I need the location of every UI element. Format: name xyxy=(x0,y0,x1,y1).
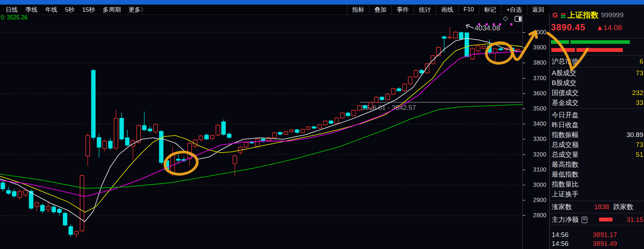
detail-list-icon[interactable] xyxy=(581,217,587,223)
quote-price-row: 3890.45 ▲14.08 xyxy=(551,22,622,32)
stat-label: 最低指数 xyxy=(552,170,579,179)
axis-label-3400: 3400 xyxy=(524,120,546,128)
g-flag: G xyxy=(552,11,558,19)
volume-label: 国债成交 xyxy=(552,88,579,97)
ma-slow-magenta xyxy=(0,52,522,197)
axis-label-3600: 3600 xyxy=(524,90,546,97)
stat-value: 73 xyxy=(636,141,643,149)
axis-tick xyxy=(523,154,525,155)
event-marker-0 xyxy=(478,23,480,25)
tick-price: 3891.49 xyxy=(593,240,617,248)
candlestick-chart[interactable]: 3536.01 - 3542.574034.08 xyxy=(0,0,644,249)
main-flow-label: 主力净额 xyxy=(552,215,579,224)
ma-fast-white xyxy=(0,38,522,221)
stat-label: 上证换手 xyxy=(552,190,579,199)
ma-value-label: 0: 3525.26 xyxy=(1,14,28,21)
decliners-label: 跌家数 xyxy=(613,202,633,212)
volume-label: B股成交 xyxy=(552,78,576,88)
diamond-marker-icon[interactable]: ◇ xyxy=(503,14,508,22)
axis-label-3900: 3900 xyxy=(524,44,546,51)
stat-label: 总成交额 xyxy=(552,140,579,149)
axis-label-3300: 3300 xyxy=(524,136,546,143)
axis-tick xyxy=(523,185,525,185)
volume-value: 73 xyxy=(636,69,643,77)
level2-icon[interactable] xyxy=(561,13,565,18)
panel-toggle-icon[interactable] xyxy=(515,16,522,22)
main-flow-value: 31.15 xyxy=(626,216,643,224)
axis-label-3200: 3200 xyxy=(524,151,546,158)
strength-bar-red xyxy=(576,48,623,52)
ma-long-green xyxy=(0,105,522,189)
volume-value: 232 xyxy=(632,89,643,97)
stat-label: 昨日收盘 xyxy=(552,120,579,130)
stat-label: 总成交量 xyxy=(552,150,579,159)
axis-tick xyxy=(523,78,525,79)
axis-label-2800: 2800 xyxy=(524,212,546,219)
stat-label: 今日开盘 xyxy=(552,111,579,120)
tick-price: 3891.17 xyxy=(593,231,617,239)
stock-name[interactable]: 上证指数 xyxy=(568,10,599,20)
tick-time: 14:56 xyxy=(552,231,569,239)
axis-tick xyxy=(523,200,525,201)
stat-label: 最高指数 xyxy=(552,160,579,169)
divider xyxy=(550,213,644,213)
volume-value: 33 xyxy=(636,99,643,107)
axis-label-3700: 3700 xyxy=(524,75,546,82)
axis-tick xyxy=(523,170,525,170)
event-marker-2 xyxy=(493,23,495,25)
axis-tick xyxy=(523,108,525,109)
trading-terminal: { "menu": { "left": ["日线","季线","年线","5秒"… xyxy=(0,0,644,249)
strength-bar-green xyxy=(551,40,569,44)
market-value: 6 xyxy=(639,58,643,65)
volume-label: A股成交 xyxy=(552,69,576,78)
chart-right-border xyxy=(522,14,523,249)
axis-tick xyxy=(523,139,525,140)
axis-tick xyxy=(523,124,525,124)
strength-bar-red xyxy=(551,48,575,52)
axis-label-3800: 3800 xyxy=(524,59,546,66)
axis-tick xyxy=(523,93,525,94)
axis-label-3000: 3000 xyxy=(524,182,546,189)
divider xyxy=(550,108,644,109)
tick-time: 14:56 xyxy=(552,240,569,248)
divider xyxy=(550,225,644,225)
stat-label: 指数量比 xyxy=(552,180,579,189)
last-price: 3890.45 xyxy=(551,22,585,32)
axis-label-3500: 3500 xyxy=(524,105,546,112)
axis-tick xyxy=(523,47,525,48)
divider xyxy=(550,38,644,38)
main-flow-bar xyxy=(599,218,613,221)
peak-arrow-icon xyxy=(466,24,474,28)
divider xyxy=(550,55,644,55)
price-change: ▲14.08 xyxy=(596,23,622,32)
market-label: 沪总市值 xyxy=(552,57,579,66)
event-marker-1 xyxy=(486,23,488,25)
strength-bar-green xyxy=(570,40,630,44)
stat-value: 51 xyxy=(636,151,643,159)
divider xyxy=(550,201,644,201)
divider xyxy=(550,67,644,67)
volume-label: 基金成交 xyxy=(552,98,579,107)
stock-code: 999999 xyxy=(601,11,623,19)
axis-tick xyxy=(523,215,525,216)
advancers-label: 涨家数 xyxy=(552,202,572,212)
axis-label-3100: 3100 xyxy=(524,166,546,173)
quote-panel: G 上证指数 999999 3890.45 ▲14.08 沪总市值6 A股成交7… xyxy=(550,5,644,249)
quote-header: G 上证指数 999999 xyxy=(552,11,623,20)
event-marker-3 xyxy=(499,23,501,25)
advancers-value: 1838 xyxy=(594,203,609,211)
event-marker-4 xyxy=(510,23,512,25)
axis-label-2900: 2900 xyxy=(524,197,546,204)
stat-label: 指数振幅 xyxy=(552,130,579,140)
stat-value: 30.89 xyxy=(626,131,643,139)
axis-label-4000: 4000 xyxy=(524,29,546,36)
axis-tick xyxy=(523,32,525,33)
axis-tick xyxy=(523,63,525,63)
